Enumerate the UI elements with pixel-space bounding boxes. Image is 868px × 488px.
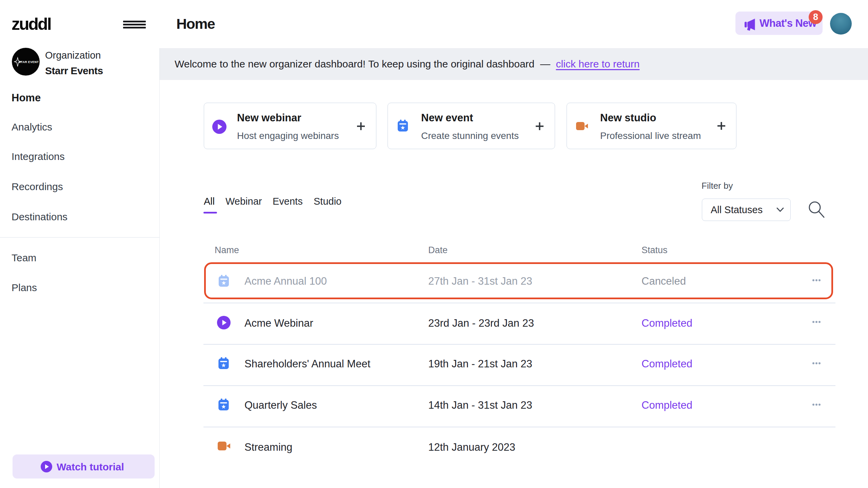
svg-text:STAR EVENT: STAR EVENT: [19, 60, 39, 64]
